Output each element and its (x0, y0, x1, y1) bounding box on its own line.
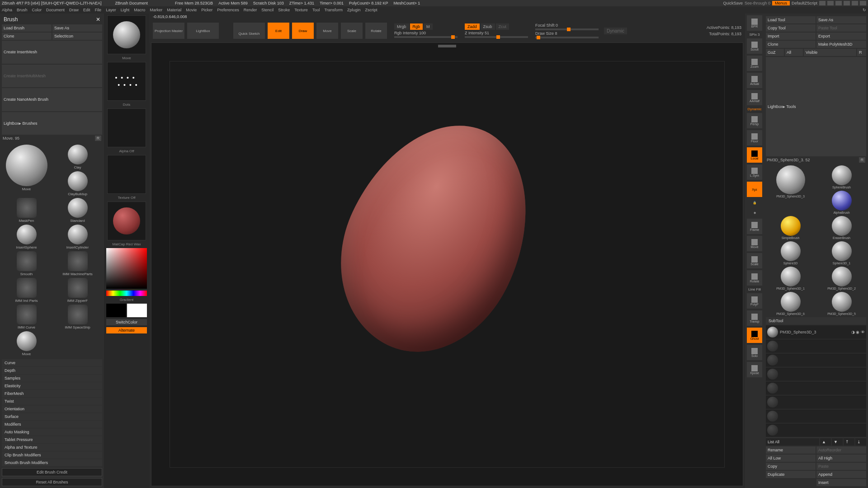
subtool-item-4[interactable] (766, 381, 866, 395)
window-button-1[interactable] (819, 1, 826, 5)
window-maximize[interactable] (852, 1, 858, 5)
lightbox-tools-button[interactable]: Lightbox▸ Tools (766, 57, 866, 156)
export-button[interactable]: Export (816, 33, 866, 40)
tool-thumb-eraserbrush[interactable]: EraserBrush (817, 216, 866, 239)
load-tool-button[interactable]: Load Tool (766, 16, 816, 23)
rail-actual[interactable]: Actual (747, 73, 762, 88)
menu-alpha[interactable]: Alpha (2, 8, 12, 12)
goz-r-button[interactable]: R (857, 49, 866, 56)
menu-material[interactable]: Material (167, 8, 181, 12)
brush-thumb-clay[interactable]: Clay (53, 145, 102, 169)
brush-thumb-imm-curve[interactable]: IMM Curve (2, 305, 51, 329)
list-all-button[interactable]: List All (766, 438, 819, 446)
rail-frame[interactable]: Frame (747, 219, 762, 234)
bpr-button[interactable]: BPR (747, 15, 762, 31)
move-down-icon[interactable]: ⤓ (855, 438, 866, 446)
acc-twist[interactable]: Twist (2, 398, 102, 405)
main-color-swatch[interactable] (106, 304, 126, 317)
brush-thumb-standard[interactable]: Standard (53, 198, 102, 223)
tool-thumb-spherebrush[interactable]: SphereBrush (817, 165, 866, 189)
menu-stencil[interactable]: Stencil (261, 8, 274, 12)
viewport-handle[interactable] (438, 45, 456, 47)
menu-refresh-icon[interactable]: ↻ (863, 8, 866, 12)
create-nanomesh-button[interactable]: Create NanoMesh Brush (2, 88, 102, 111)
rail-persp[interactable]: Persp (747, 113, 762, 128)
brush-thumb-smooth[interactable]: Smooth (2, 251, 51, 276)
default-zscript-button[interactable]: DefaultZScript (792, 1, 817, 5)
menu-zscript[interactable]: Zscript (365, 8, 377, 12)
switchcolor-button[interactable]: SwitchColor (106, 319, 147, 325)
tool-thumb-alphabrush[interactable]: AlphaBrush (817, 191, 866, 214)
goz-visible-button[interactable]: Visible (804, 49, 856, 56)
rail-ortho[interactable]: ◈ (747, 209, 762, 217)
zcut-button[interactable]: Zcut (496, 23, 509, 30)
subtool-header[interactable]: SubTool (766, 317, 866, 324)
focal-shift-slider[interactable]: Focal Shift 0 (535, 23, 599, 30)
edit-mode-button[interactable]: Edit (268, 23, 289, 39)
edit-brush-credit-button[interactable]: Edit Brush Credit (2, 468, 102, 476)
menu-tool[interactable]: Tool (312, 8, 320, 12)
window-button-2[interactable] (827, 1, 834, 5)
lightbox-button[interactable]: LightBox (187, 23, 219, 39)
clone-brush-button[interactable]: Clone (2, 33, 52, 40)
quicksave-button[interactable]: QuickSave (723, 1, 743, 5)
rail-scale[interactable]: Scale (747, 253, 762, 268)
copy-subtool-button[interactable]: Copy (766, 463, 816, 470)
texture-thumb[interactable] (107, 155, 146, 194)
save-tool-button[interactable]: Save As (816, 16, 866, 23)
append-button[interactable]: Append (816, 471, 866, 478)
tool-thumb-simplebrush[interactable]: SimpleBrush (766, 216, 815, 239)
projection-master-button[interactable]: Projection Master (153, 23, 184, 39)
menu-texture[interactable]: Texture (294, 8, 308, 12)
brush-thumb-move[interactable]: Move (2, 145, 51, 196)
visibility-icon[interactable]: ◑ ◉ 👁 (851, 330, 865, 334)
secondary-color-swatch[interactable] (127, 304, 147, 317)
menu-light[interactable]: Light (121, 8, 130, 12)
acc-modifiers[interactable]: Modifiers (2, 421, 102, 428)
rotate-mode-button[interactable]: Rotate (365, 23, 387, 39)
menu-draw[interactable]: Draw (69, 8, 79, 12)
move-mode-button[interactable]: Move (316, 23, 338, 39)
zsub-button[interactable]: Zsub (481, 23, 495, 30)
viewport-canvas[interactable] (151, 42, 743, 486)
rail-floor[interactable]: Floor (747, 130, 762, 145)
menu-layer[interactable]: Layer (106, 8, 116, 12)
rail-transp[interactable]: Transp (747, 310, 762, 326)
arrow-down-icon[interactable]: ▼ (832, 438, 843, 446)
subtool-item-0[interactable]: PM3D_Sphere3D_3◑ ◉ 👁 (766, 325, 866, 339)
see-through-slider[interactable]: See-through 0 (745, 1, 770, 5)
rail-lsym[interactable]: L.Sym (747, 164, 762, 180)
stroke-thumb[interactable]: • • • • • • • • (107, 62, 146, 101)
menu-edit[interactable]: Edit (83, 8, 90, 12)
rail-scroll[interactable]: Scroll (747, 38, 762, 54)
subtool-item-2[interactable] (766, 353, 866, 367)
tool-thumb-sphere3d1[interactable]: Sphere3D_1 (817, 241, 866, 265)
acc-samples[interactable]: Samples (2, 375, 102, 382)
all-high-button[interactable]: All High (816, 455, 866, 462)
brush-thumb-insertsphere[interactable]: InsertSphere (2, 225, 51, 249)
rail-xyz[interactable]: Xyz (747, 182, 762, 197)
lightbox-brushes-button[interactable]: Lightbox▸ Brushes (2, 112, 102, 135)
menu-color[interactable]: Color (32, 8, 42, 12)
rgb-intensity-slider[interactable]: Rgb Intensity 100 (394, 31, 458, 38)
tool-reset-button[interactable]: R (859, 157, 865, 163)
window-close[interactable] (860, 1, 866, 5)
tool-thumb-pm3d6[interactable]: PM3D_Sphere3D_6 (766, 292, 815, 315)
color-picker[interactable] (106, 248, 147, 289)
tool-thumb-pm3d1[interactable]: PM3D_Sphere3D_1 (766, 267, 815, 290)
tool-thumb-pm3d5[interactable]: PM3D_Sphere3D_5 (817, 292, 866, 315)
menu-zplugin[interactable]: Zplugin (347, 8, 361, 12)
paste-subtool-button[interactable]: Paste (816, 463, 866, 470)
rail-lock[interactable]: 🔒 (747, 199, 762, 207)
arrow-up-icon[interactable]: ▲ (820, 438, 831, 446)
acc-automasking[interactable]: Auto Masking (2, 428, 102, 436)
create-insertmesh-button[interactable]: Create InsertMesh (2, 41, 102, 64)
all-low-button[interactable]: All Low (766, 455, 816, 462)
goz-button[interactable]: GoZ (766, 49, 784, 56)
rail-rotate[interactable]: Rotate (747, 270, 762, 286)
menu-brush[interactable]: Brush (17, 8, 28, 12)
acc-depth[interactable]: Depth (2, 367, 102, 374)
menu-picker[interactable]: Picker (201, 8, 212, 12)
move-up-icon[interactable]: ⤒ (844, 438, 854, 446)
mrgb-button[interactable]: Mrgb (394, 23, 409, 30)
